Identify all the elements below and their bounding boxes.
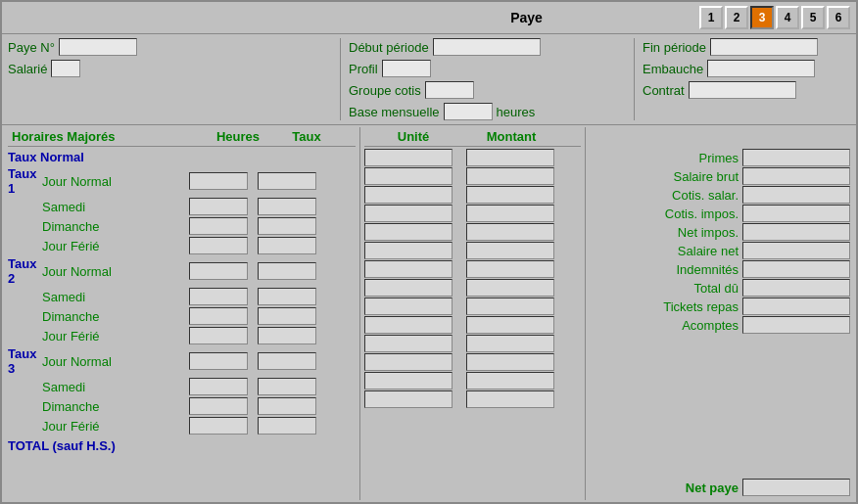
fin-periode-input[interactable] xyxy=(710,38,818,56)
taux3-row1-taux[interactable] xyxy=(258,378,316,395)
acomptes-input[interactable] xyxy=(742,316,850,334)
taux3-dimanche: Dimanche xyxy=(8,396,356,416)
taux2-row0-heures[interactable] xyxy=(189,262,248,280)
debut-periode-input[interactable] xyxy=(433,38,541,56)
mid-row-3 xyxy=(364,205,581,222)
salaire-brut-input[interactable] xyxy=(742,167,850,185)
contrat-input[interactable] xyxy=(689,81,796,99)
mid-unite-0[interactable] xyxy=(364,149,453,166)
total-label: TOTAL (sauf H.S.) xyxy=(8,437,116,454)
taux3-row2-taux[interactable] xyxy=(258,397,316,415)
mid-unite-12[interactable] xyxy=(364,372,453,389)
mid-montant-8[interactable] xyxy=(466,298,554,315)
cotis-salar-input[interactable] xyxy=(742,186,850,204)
main-window: Paye 1 2 3 4 5 6 Paye N° Salarié Début p… xyxy=(0,0,858,504)
mid-montant-3[interactable] xyxy=(466,205,554,222)
taux2-row1-label: Samedi xyxy=(42,290,189,304)
right-info: Fin période Embauche Contrat xyxy=(635,38,850,120)
taux3-jour-normal: Taux 3 Jour Normal xyxy=(8,345,356,377)
indemnites-input[interactable] xyxy=(742,260,850,278)
total-du-input[interactable] xyxy=(742,279,850,297)
taux2-row3-heures[interactable] xyxy=(189,327,248,344)
taux3-row0-taux[interactable] xyxy=(258,352,316,370)
tab-4[interactable]: 4 xyxy=(776,6,799,29)
mid-unite-2[interactable] xyxy=(364,186,453,204)
mid-unite-10[interactable] xyxy=(364,335,453,352)
taux2-row2-heures[interactable] xyxy=(189,307,248,325)
taux2-row1-heures[interactable] xyxy=(189,288,248,305)
mid-unite-11[interactable] xyxy=(364,353,453,371)
mid-montant-5[interactable] xyxy=(466,242,554,259)
net-paye-label: Net paye xyxy=(686,481,739,495)
mid-row-8 xyxy=(364,298,581,315)
taux2-row2-label: Dimanche xyxy=(42,309,189,324)
mid-montant-0[interactable] xyxy=(466,149,554,166)
net-impos-input[interactable] xyxy=(742,223,850,241)
taux2-row2-taux[interactable] xyxy=(258,307,316,325)
total-du-row: Total dû xyxy=(590,279,850,297)
net-paye-input[interactable] xyxy=(742,479,850,496)
taux3-row2-heures[interactable] xyxy=(189,397,248,415)
mid-montant-2[interactable] xyxy=(466,186,554,204)
mid-montant-4[interactable] xyxy=(466,223,554,241)
taux2-row3-taux[interactable] xyxy=(258,327,316,344)
taux3-row3-heures[interactable] xyxy=(189,417,248,435)
mid-unite-9[interactable] xyxy=(364,316,453,334)
mid-unite-3[interactable] xyxy=(364,205,453,222)
tab-2[interactable]: 2 xyxy=(725,6,748,29)
col-horaires: Horaires Majorés xyxy=(8,129,204,144)
taux3-row0-heures[interactable] xyxy=(189,352,248,370)
taux3-row3-taux[interactable] xyxy=(258,417,316,435)
mid-montant-7[interactable] xyxy=(466,279,554,297)
embauche-input[interactable] xyxy=(707,60,815,77)
taux2-row0-taux[interactable] xyxy=(258,262,316,280)
taux3-row1-heures[interactable] xyxy=(189,378,248,395)
taux3-samedi: Samedi xyxy=(8,377,356,396)
tickets-repas-row: Tickets repas xyxy=(590,298,850,315)
taux1-row3-label: Jour Férié xyxy=(42,239,189,253)
taux1-row0-taux[interactable] xyxy=(258,172,316,190)
base-mensuelle-input[interactable] xyxy=(444,103,493,120)
mid-montant-13[interactable] xyxy=(466,390,554,408)
salaire-net-input[interactable] xyxy=(742,242,850,259)
taux1-row3-taux[interactable] xyxy=(258,237,316,254)
mid-unite-1[interactable] xyxy=(364,167,453,185)
tab-1[interactable]: 1 xyxy=(699,6,723,29)
tab-6[interactable]: 6 xyxy=(827,6,850,29)
taux1-row0-heures[interactable] xyxy=(189,172,248,190)
salarie-input[interactable] xyxy=(51,60,80,77)
mid-row-5 xyxy=(364,242,581,259)
profil-input[interactable] xyxy=(382,60,431,77)
fin-periode-label: Fin période xyxy=(643,40,706,55)
mid-unite-7[interactable] xyxy=(364,279,453,297)
taux1-row1-taux[interactable] xyxy=(258,198,316,215)
groupe-cotis-input[interactable] xyxy=(425,81,474,99)
taux2-dimanche: Dimanche xyxy=(8,306,356,326)
taux1-row2-taux[interactable] xyxy=(258,217,316,235)
mid-montant-11[interactable] xyxy=(466,353,554,371)
mid-unite-8[interactable] xyxy=(364,298,453,315)
taux1-label: Taux 1 xyxy=(8,166,42,196)
taux1-row2-heures[interactable] xyxy=(189,217,248,235)
mid-unite-13[interactable] xyxy=(364,390,453,408)
primes-input[interactable] xyxy=(742,149,850,166)
tickets-repas-input[interactable] xyxy=(742,298,850,315)
taux2-row1-taux[interactable] xyxy=(258,288,316,305)
cotis-impos-input[interactable] xyxy=(742,205,850,222)
taux2-label: Taux 2 xyxy=(8,256,42,286)
mid-montant-1[interactable] xyxy=(466,167,554,185)
paye-n-label: Paye N° xyxy=(8,40,55,55)
mid-montant-12[interactable] xyxy=(466,372,554,389)
mid-montant-10[interactable] xyxy=(466,335,554,352)
paye-n-input[interactable] xyxy=(59,38,137,56)
taux2-ferie: Jour Férié xyxy=(8,326,356,345)
taux1-row3-heures[interactable] xyxy=(189,237,248,254)
tab-3[interactable]: 3 xyxy=(750,6,774,29)
mid-montant-6[interactable] xyxy=(466,260,554,278)
mid-montant-9[interactable] xyxy=(466,316,554,334)
mid-unite-6[interactable] xyxy=(364,260,453,278)
mid-unite-5[interactable] xyxy=(364,242,453,259)
mid-unite-4[interactable] xyxy=(364,223,453,241)
tab-5[interactable]: 5 xyxy=(801,6,825,29)
taux1-row1-heures[interactable] xyxy=(189,198,248,215)
